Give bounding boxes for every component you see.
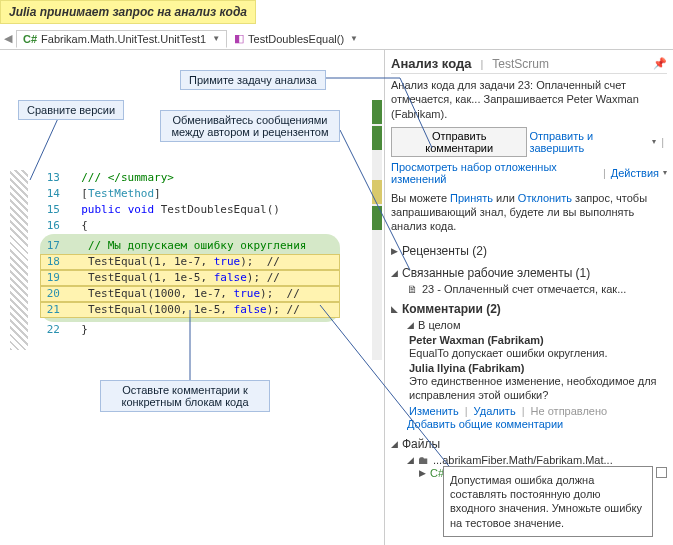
diff-hatch-strip <box>10 170 28 350</box>
csharp-file-icon: C# <box>430 467 444 479</box>
overview-marker <box>372 206 382 230</box>
method-icon: ◧ <box>234 32 244 45</box>
add-general-comments-link[interactable]: Добавить общие комментарии <box>407 418 563 430</box>
work-item-icon: 🗎 <box>407 283 418 295</box>
send-comments-button[interactable]: Отправить комментарии <box>391 127 527 157</box>
dropdown-icon[interactable]: ▾ <box>652 137 656 146</box>
related-items-section[interactable]: ◢Связанные рабочие элементы (1) <box>391 264 667 282</box>
dropdown-icon[interactable]: ▼ <box>212 34 220 43</box>
folder-row[interactable]: ◢🖿...abrikamFiber.Math/Fabrikam.Mat... <box>407 453 667 467</box>
collapse-icon: ◣ <box>391 304 398 314</box>
panel-subtitle: TestScrum <box>492 57 549 71</box>
callout-exchange: Обменивайтесь сообщениями между автором … <box>160 110 340 142</box>
callout-compare: Сравните версии <box>18 100 124 120</box>
code-block[interactable]: 13 /// </summary> 14 [[TestMethod]TestMe… <box>40 170 340 338</box>
dropdown-icon[interactable]: ▼ <box>350 34 358 43</box>
collapse-icon: ◢ <box>391 268 398 278</box>
scroll-overview[interactable] <box>372 100 382 360</box>
panel-title: Анализ кода <box>391 56 471 71</box>
overview-marker <box>372 100 382 124</box>
pin-icon[interactable]: 📌 <box>653 57 667 70</box>
nav-back-icon[interactable]: ◀ <box>0 32 16 45</box>
callout-leave: Оставьте комментарии к конкретным блокам… <box>100 380 270 412</box>
review-description: Анализ кода для задачи 23: Оплаченный сч… <box>391 78 667 121</box>
document-tabs: ◀ C# Fabrikam.Math.UnitTest.UnitTest1 ▼ … <box>0 28 673 50</box>
overview-marker <box>372 180 382 204</box>
not-sent-label: Не отправлено <box>531 405 608 417</box>
folder-icon: 🖿 <box>418 454 429 466</box>
checkbox[interactable] <box>656 467 667 478</box>
callout-accept: Примите задачу анализа <box>180 70 326 90</box>
reviewers-section[interactable]: ▶Рецензенты (2) <box>391 242 667 260</box>
comment-author: Julia Ilyina (Fabrikam) <box>409 362 667 374</box>
dropdown-icon[interactable]: ▾ <box>663 168 667 177</box>
comments-section[interactable]: ◣Комментарии (2) <box>391 300 667 318</box>
comment-body: EqualTo допускает ошибки округления. <box>409 346 667 360</box>
decline-link[interactable]: Отклонить <box>518 192 572 204</box>
actions-link[interactable]: Действия <box>611 167 659 179</box>
files-section[interactable]: ◢Файлы <box>391 435 667 453</box>
collapse-icon: ◢ <box>407 455 414 465</box>
tab-method[interactable]: ◧ TestDoublesEqual() ▼ <box>227 29 365 48</box>
delete-comment-link[interactable]: Удалить <box>474 405 516 417</box>
accept-link[interactable]: Принять <box>450 192 493 204</box>
comment-item: Julia Ilyina (Fabrikam) Это единственное… <box>409 362 667 417</box>
expand-icon: ▶ <box>419 468 426 478</box>
inline-tooltip: Допустимая ошибка должна составлять пост… <box>443 466 653 537</box>
send-and-finish-link[interactable]: Отправить и завершить <box>529 130 648 154</box>
comment-author: Peter Waxman (Fabrikam) <box>409 334 667 346</box>
edit-comment-link[interactable]: Изменить <box>409 405 459 417</box>
accept-decline-text: Вы можете Принять или Отклонить запрос, … <box>391 191 667 234</box>
expand-icon: ▶ <box>391 246 398 256</box>
collapse-icon: ◢ <box>407 320 414 330</box>
overview-marker <box>372 126 382 150</box>
tab-file[interactable]: C# Fabrikam.Math.UnitTest.UnitTest1 ▼ <box>16 30 227 48</box>
work-item-link[interactable]: 🗎23 - Оплаченный счет отмечается, как... <box>407 282 667 296</box>
page-banner: Julia принимает запрос на анализ кода <box>0 0 256 24</box>
tab-file-label: Fabrikam.Math.UnitTest.UnitTest1 <box>41 33 206 45</box>
csharp-icon: C# <box>23 33 37 45</box>
comment-body: Это единственное изменение, необходимое … <box>409 374 667 403</box>
view-shelveset-link[interactable]: Просмотреть набор отложенных изменений <box>391 161 598 185</box>
comment-item: Peter Waxman (Fabrikam) EqualTo допускае… <box>409 334 667 360</box>
collapse-icon: ◢ <box>391 439 398 449</box>
tab-method-label: TestDoublesEqual() <box>248 33 344 45</box>
overall-subsection[interactable]: ◢В целом <box>407 318 667 332</box>
